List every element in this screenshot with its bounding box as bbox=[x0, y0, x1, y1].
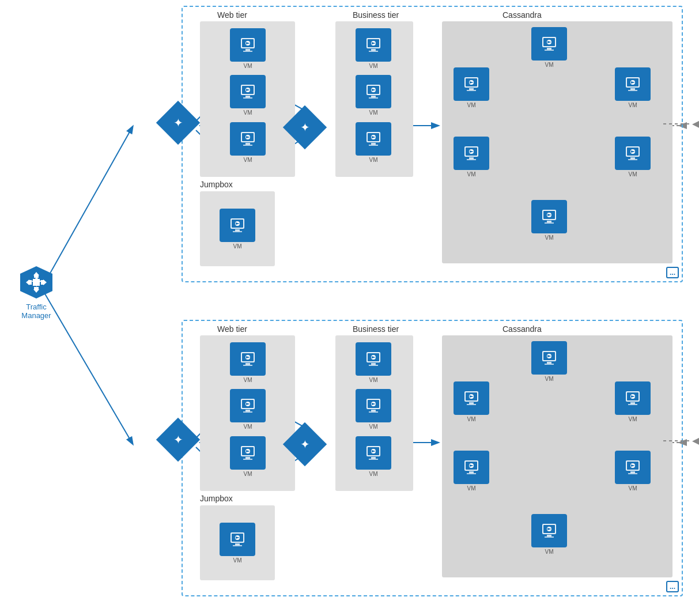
svg-rect-66 bbox=[243, 145, 252, 146]
top-cass-vm2: VM bbox=[531, 27, 567, 68]
svg-rect-156 bbox=[369, 411, 378, 413]
svg-rect-192 bbox=[628, 473, 637, 474]
bottom-biz-vm1: VM bbox=[356, 342, 391, 383]
bottom-biz-vm2: VM bbox=[356, 389, 391, 430]
top-cass-vm6: VM bbox=[531, 200, 567, 241]
svg-line-0 bbox=[45, 127, 133, 282]
bottom-cass-vm3: VM bbox=[615, 381, 651, 422]
svg-rect-71 bbox=[371, 49, 376, 51]
top-cass-vm5: VM bbox=[615, 137, 651, 177]
top-web-vm1: VM bbox=[230, 28, 266, 69]
traffic-manager-icon: ✦ bbox=[19, 265, 54, 300]
svg-rect-59 bbox=[245, 96, 250, 97]
svg-rect-155 bbox=[371, 410, 376, 411]
svg-rect-203 bbox=[235, 543, 240, 545]
top-expand-icon[interactable]: ... bbox=[666, 267, 679, 278]
top-region-box: Web tier Business tier Cassandra VM VM bbox=[182, 6, 683, 282]
bottom-cass-vm6: VM bbox=[531, 514, 567, 555]
top-biz-vm1: VM bbox=[356, 28, 391, 69]
traffic-manager-label: Traffic Manager bbox=[10, 303, 62, 320]
svg-rect-113 bbox=[630, 157, 635, 159]
bottom-dashed-arrow: ◀ bbox=[663, 435, 699, 446]
bottom-web-vm1: VM bbox=[230, 342, 266, 383]
bottom-expand-icon[interactable]: ... bbox=[666, 581, 679, 592]
svg-rect-72 bbox=[369, 51, 378, 52]
svg-rect-174 bbox=[545, 364, 554, 365]
top-jumpbox-label: Jumpbox bbox=[200, 180, 233, 189]
svg-rect-132 bbox=[243, 365, 252, 366]
top-dashed-arrow: ◀ bbox=[663, 118, 699, 129]
top-biz-vm2: VM bbox=[356, 75, 391, 116]
svg-rect-150 bbox=[369, 365, 378, 366]
svg-rect-120 bbox=[545, 222, 554, 224]
svg-rect-161 bbox=[371, 457, 376, 459]
svg-rect-186 bbox=[467, 473, 476, 474]
top-cass-vm1: VM bbox=[454, 67, 489, 108]
top-cassandra-label: Cassandra bbox=[502, 10, 542, 20]
bottom-business-tier-section: VM VM VM bbox=[335, 335, 413, 491]
svg-rect-197 bbox=[547, 535, 551, 536]
svg-rect-96 bbox=[545, 50, 554, 51]
top-web-vm2: VM bbox=[230, 75, 266, 116]
svg-rect-90 bbox=[467, 90, 476, 91]
bottom-web-tier-section: VM VM VM bbox=[200, 335, 295, 491]
bottom-web-vm2: VM bbox=[230, 389, 266, 430]
bottom-jumpbox-section: VM bbox=[200, 505, 275, 580]
bottom-biz-vm3: VM bbox=[356, 436, 391, 477]
svg-rect-191 bbox=[630, 471, 635, 473]
bottom-web-vm3: VM bbox=[230, 436, 266, 477]
bottom-web-tier-label: Web tier bbox=[217, 324, 247, 334]
svg-rect-83 bbox=[371, 143, 376, 145]
top-jumpbox-section: VM bbox=[200, 191, 275, 266]
svg-rect-168 bbox=[467, 404, 476, 405]
svg-rect-78 bbox=[369, 97, 378, 99]
traffic-manager: ✦ Traffic Manager bbox=[10, 265, 62, 320]
bottom-cassandra-label: Cassandra bbox=[502, 324, 542, 334]
top-cass-vm4: VM bbox=[454, 137, 489, 177]
svg-rect-185 bbox=[469, 471, 474, 473]
top-business-tier-section: VM VM VM bbox=[335, 21, 413, 177]
svg-rect-54 bbox=[243, 51, 252, 52]
svg-rect-162 bbox=[369, 459, 378, 460]
svg-rect-180 bbox=[628, 404, 637, 405]
svg-rect-108 bbox=[467, 159, 476, 160]
top-biz-vm3: VM bbox=[356, 122, 391, 163]
svg-rect-119 bbox=[547, 221, 551, 222]
svg-rect-179 bbox=[630, 402, 635, 404]
bottom-cass-vm4: VM bbox=[454, 451, 489, 492]
svg-rect-101 bbox=[630, 88, 635, 90]
svg-rect-167 bbox=[469, 402, 474, 404]
svg-rect-114 bbox=[628, 159, 637, 160]
top-web-tier-label: Web tier bbox=[217, 10, 247, 20]
svg-rect-60 bbox=[243, 97, 252, 99]
top-web-tier-section: VM VM VM bbox=[200, 21, 295, 177]
top-cassandra-section: VM VM VM VM bbox=[442, 21, 672, 263]
svg-rect-125 bbox=[235, 229, 240, 231]
svg-rect-144 bbox=[243, 459, 252, 460]
svg-rect-102 bbox=[628, 90, 637, 91]
svg-rect-138 bbox=[243, 411, 252, 413]
bottom-region-box: Web tier Business tier Cassandra VM VM bbox=[182, 320, 683, 596]
bottom-business-tier-label: Business tier bbox=[353, 324, 399, 334]
svg-rect-65 bbox=[245, 143, 250, 145]
svg-rect-84 bbox=[369, 145, 378, 146]
diagram-container: ✦ Traffic Manager Web tier Business tier bbox=[0, 0, 699, 616]
svg-rect-149 bbox=[371, 363, 376, 365]
svg-rect-89 bbox=[469, 88, 474, 90]
svg-rect-77 bbox=[371, 96, 376, 97]
svg-rect-131 bbox=[245, 363, 250, 365]
svg-rect-53 bbox=[245, 49, 250, 51]
bottom-jumpbox-label: Jumpbox bbox=[200, 494, 233, 503]
top-business-tier-label: Business tier bbox=[353, 10, 399, 20]
bottom-cassandra-section: VM VM VM VM bbox=[442, 335, 672, 577]
bottom-cass-vm1: VM bbox=[454, 381, 489, 422]
top-web-vm3: VM bbox=[230, 122, 266, 163]
svg-rect-126 bbox=[233, 231, 242, 232]
bottom-cass-vm5: VM bbox=[615, 451, 651, 492]
svg-rect-107 bbox=[469, 157, 474, 159]
top-cass-vm3: VM bbox=[615, 67, 651, 108]
svg-rect-173 bbox=[547, 362, 551, 364]
bottom-cass-vm2: VM bbox=[531, 341, 567, 382]
svg-rect-143 bbox=[245, 457, 250, 459]
svg-rect-204 bbox=[233, 545, 242, 546]
